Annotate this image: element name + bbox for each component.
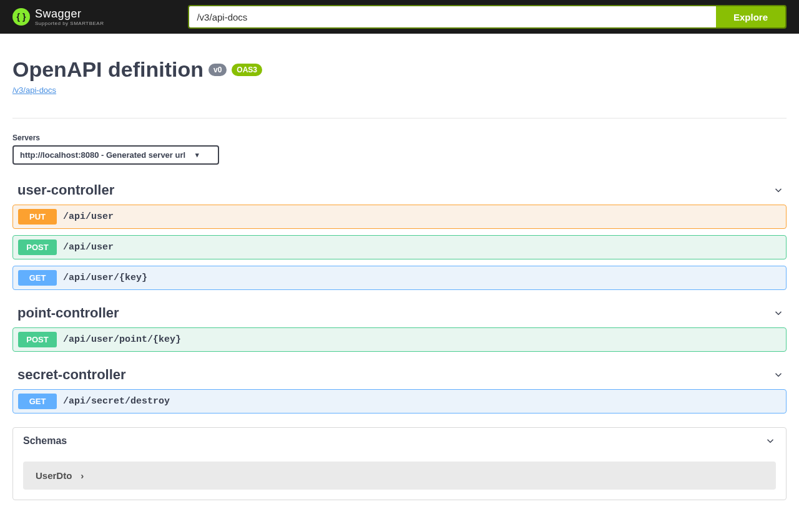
schema-item[interactable]: UserDto› xyxy=(23,462,776,490)
brand-subtitle: Supported by SMARTBEAR xyxy=(35,21,104,26)
tag-title: user-controller xyxy=(17,182,114,198)
servers-label: Servers xyxy=(12,133,787,142)
tag-header[interactable]: point-controller xyxy=(12,299,787,327)
schemas-section: Schemas UserDto› xyxy=(12,427,787,500)
operation-path: /api/user xyxy=(63,211,114,222)
chevron-down-icon: ▾ xyxy=(195,151,199,159)
http-method-badge: POST xyxy=(18,239,57,255)
operation-row[interactable]: GET/api/secret/destroy xyxy=(12,389,787,414)
swagger-logo-icon: { } xyxy=(12,8,30,26)
operation-row[interactable]: PUT/api/user xyxy=(12,205,787,229)
schemas-header[interactable]: Schemas xyxy=(13,428,786,454)
oas-badge: OAS3 xyxy=(232,64,262,76)
tag-title: secret-controller xyxy=(17,367,126,383)
tag-header[interactable]: user-controller xyxy=(12,176,787,205)
chevron-down-icon xyxy=(773,185,784,196)
docs-url-link[interactable]: /v3/api-docs xyxy=(12,85,56,95)
url-input[interactable] xyxy=(189,6,716,27)
schema-name: UserDto xyxy=(36,470,72,481)
tag-section-secret-controller: secret-controllerGET/api/secret/destroy xyxy=(12,360,787,414)
operation-row[interactable]: POST/api/user/point/{key} xyxy=(12,327,787,352)
operation-row[interactable]: POST/api/user xyxy=(12,235,787,259)
topbar: { } Swagger Supported by SMARTBEAR Explo… xyxy=(0,0,799,34)
explore-button[interactable]: Explore xyxy=(716,6,785,27)
swagger-logo-text: Swagger Supported by SMARTBEAR xyxy=(35,7,104,26)
api-header: OpenAPI definition v0 OAS3 /v3/api-docs xyxy=(12,34,787,102)
operation-path: /api/user/point/{key} xyxy=(63,334,181,345)
swagger-logo[interactable]: { } Swagger Supported by SMARTBEAR xyxy=(12,7,104,26)
chevron-down-icon xyxy=(773,369,784,380)
operation-path: /api/secret/destroy xyxy=(63,396,170,407)
http-method-badge: GET xyxy=(18,270,57,286)
page-title: OpenAPI definition xyxy=(12,57,203,82)
server-selected-value: http://localhost:8080 - Generated server… xyxy=(20,150,185,160)
http-method-badge: POST xyxy=(18,332,57,347)
chevron-down-icon xyxy=(773,307,784,319)
chevron-down-icon xyxy=(765,435,776,447)
schemas-title: Schemas xyxy=(23,435,67,447)
tag-section-point-controller: point-controllerPOST/api/user/point/{key… xyxy=(12,299,787,352)
operation-row[interactable]: GET/api/user/{key} xyxy=(12,266,787,290)
url-search-wrap: Explore xyxy=(188,5,787,29)
http-method-badge: GET xyxy=(18,394,57,409)
brand-name: Swagger xyxy=(35,7,104,21)
tag-section-user-controller: user-controllerPUT/api/userPOST/api/user… xyxy=(12,176,787,290)
servers-section: Servers http://localhost:8080 - Generate… xyxy=(12,118,787,176)
tag-title: point-controller xyxy=(17,305,119,321)
chevron-right-icon: › xyxy=(81,470,84,481)
operation-path: /api/user/{key} xyxy=(63,273,147,283)
operation-path: /api/user xyxy=(63,242,114,253)
version-badge: v0 xyxy=(208,64,227,76)
http-method-badge: PUT xyxy=(18,209,57,225)
server-select[interactable]: http://localhost:8080 - Generated server… xyxy=(12,145,219,165)
tag-header[interactable]: secret-controller xyxy=(12,360,787,389)
